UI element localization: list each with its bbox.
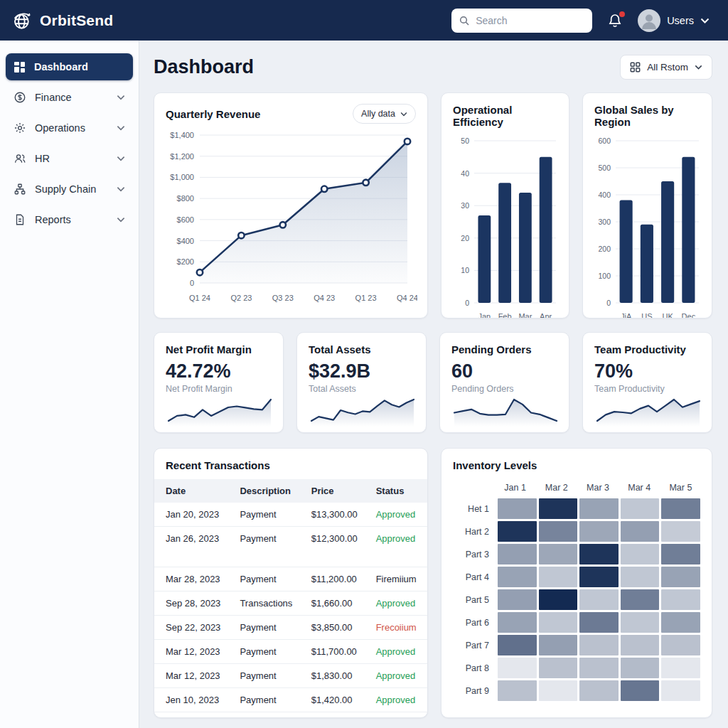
svg-text:0: 0: [465, 299, 469, 307]
notification-dot: [619, 11, 625, 17]
table-column-header: Date: [154, 479, 232, 503]
heatmap-row-label: Part 8: [453, 658, 496, 678]
heatmap-row: Part 6: [453, 612, 700, 633]
cell-price: $3,850.00: [304, 616, 369, 640]
sidebar-item-dashboard[interactable]: Dashboard: [6, 53, 133, 80]
svg-text:US: US: [641, 312, 652, 318]
chevron-down-icon: [117, 125, 125, 131]
chart-filter-label: Ally data: [361, 109, 395, 119]
heatmap-column-label: Mar 5: [661, 483, 700, 493]
heatmap-cell: [579, 635, 619, 655]
globe-logo-icon: [11, 10, 33, 31]
card-title: Inventory Levels: [453, 459, 700, 471]
svg-text:Mar: Mar: [518, 312, 532, 318]
heatmap-cell: [661, 544, 700, 564]
kpi-value: $32.9B: [309, 360, 414, 382]
kpi-title: Pending Orders: [451, 343, 557, 355]
cell-date: Mar 12, 2023: [154, 640, 232, 664]
cell-date: Jen 10, 2023: [154, 688, 232, 712]
operational-efficiency-card: Operational Efficiency 01020304050JanFeb…: [441, 92, 569, 318]
status-badge: Approved: [369, 527, 427, 567]
cell-price: $1,830.00: [304, 664, 369, 688]
heatmap-cell: [498, 612, 537, 633]
cell-description: Payment: [232, 503, 304, 527]
table-row: Sep 22, 2023 Payment $3,850.00 Frecoiium: [154, 616, 427, 640]
heatmap-cell: [661, 589, 700, 610]
chevron-down-icon: [117, 217, 125, 223]
status-badge: Approved: [369, 592, 427, 616]
heatmap-column-label: Mar 4: [620, 483, 659, 493]
status-badge: Approved: [369, 640, 427, 664]
heatmap-row-label: Part 3: [453, 544, 496, 564]
table-row: Mar 28, 2023 Payment $11,200.00 Firemiiu…: [154, 567, 427, 592]
notification-bell-icon[interactable]: [606, 12, 623, 29]
svg-text:Q4 23: Q4 23: [314, 294, 335, 302]
svg-text:500: 500: [598, 164, 611, 172]
line-chart: 0$200$400$600$800$1,000$1,200$1,400Q1 24…: [166, 124, 417, 307]
chevron-down-icon: [695, 65, 702, 70]
bar-chart: 0100200300400500600JiAUSUKDec: [594, 128, 702, 318]
brand-name: OrbitSend: [40, 12, 113, 29]
sparkline-chart: [309, 394, 417, 427]
sidebar-item-label: Dashboard: [34, 61, 88, 73]
page-title: Dashboard: [154, 56, 254, 78]
search-input[interactable]: [476, 15, 585, 26]
sparkline-chart: [451, 394, 560, 427]
search-box[interactable]: [451, 9, 592, 33]
kpi-card-net-profit-margin: Net Profit Margin 42.72% Net Profit Marg…: [154, 332, 284, 433]
svg-text:400: 400: [598, 191, 611, 199]
sidebar-item-finance[interactable]: Finance: [6, 84, 133, 111]
heatmap-cell: [621, 612, 660, 633]
user-label: Users: [667, 15, 694, 26]
svg-text:600: 600: [598, 136, 611, 145]
svg-text:Q1 23: Q1 23: [355, 294, 377, 302]
svg-text:$200: $200: [177, 257, 194, 266]
table-row: Jan 26, 2023 Payment $12,300.00 Approved: [154, 527, 427, 567]
heatmap-cell: [579, 567, 619, 587]
cell-price: $11,700.00: [304, 640, 369, 664]
status-badge: Firemiium: [369, 567, 427, 592]
cell-description: Payment: [232, 616, 304, 640]
chevron-down-icon: [700, 18, 710, 23]
cell-description: Payment: [232, 688, 304, 712]
kpi-title: Team Productivity: [594, 343, 700, 355]
heatmap-cell: [579, 612, 619, 633]
avatar: [638, 9, 660, 32]
svg-text:Q3 23: Q3 23: [272, 294, 294, 302]
heatmap-row: Part 9: [453, 680, 700, 701]
heatmap-row-label: Part 6: [453, 612, 496, 633]
heatmap-cell: [539, 498, 578, 519]
kpi-sublabel: Total Assets: [309, 384, 414, 394]
sparkline-chart: [594, 394, 702, 427]
heatmap-cell: [539, 612, 578, 633]
heatmap-row: Part 7: [453, 635, 700, 655]
heatmap-cell: [498, 521, 537, 542]
cell-price: $1,420.00: [304, 688, 369, 712]
sidebar-item-reports[interactable]: Reports: [6, 206, 133, 233]
sidebar-item-label: Operations: [35, 122, 85, 134]
recent-transactions-card: Recent Transactions DateDescriptionPrice…: [154, 448, 428, 718]
sidebar-item-operations[interactable]: Operations: [6, 114, 133, 141]
brand: OrbitSend: [11, 10, 113, 31]
cell-description: Payment: [232, 640, 304, 664]
cell-price: $11,200.00: [304, 567, 369, 592]
heatmap-cell: [621, 635, 660, 655]
sidebar-item-label: Reports: [35, 214, 71, 225]
sidebar: Dashboard Finance Operations: [0, 41, 139, 728]
sidebar-item-supply-chain[interactable]: Supply Chain: [6, 176, 133, 203]
svg-text:$800: $800: [177, 194, 194, 203]
sidebar-item-hr[interactable]: HR: [6, 145, 133, 172]
heatmap-cell: [661, 567, 700, 587]
user-menu[interactable]: Users: [638, 9, 710, 32]
chart-filter-dropdown[interactable]: Ally data: [353, 104, 416, 124]
search-icon: [459, 15, 470, 26]
svg-text:$1,200: $1,200: [170, 152, 194, 161]
cell-date: Sep 22, 2023: [154, 616, 232, 640]
svg-text:50: 50: [461, 136, 469, 145]
heatmap-cell: [579, 658, 619, 678]
heatmap-cell: [621, 498, 660, 519]
bar-chart: 01020304050JanFebMarApr: [453, 128, 559, 318]
heatmap-row: Het 1: [453, 498, 700, 519]
global-filter-button[interactable]: All Rstom: [620, 55, 712, 80]
svg-text:Q2 23: Q2 23: [230, 294, 252, 302]
